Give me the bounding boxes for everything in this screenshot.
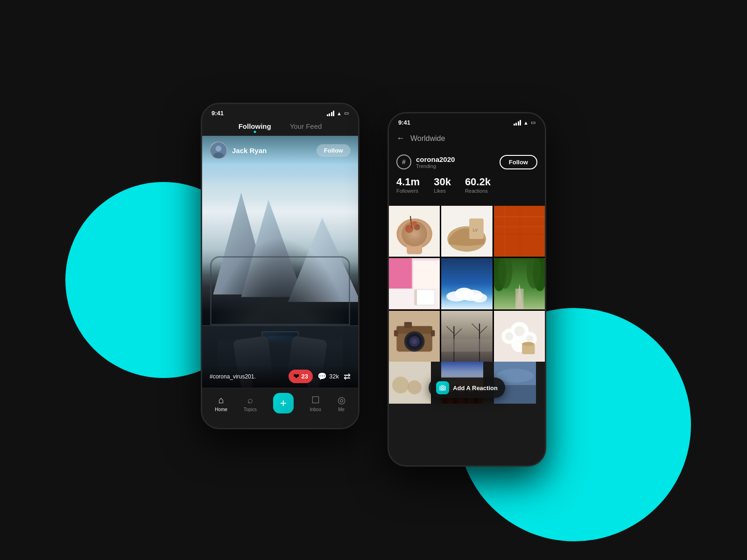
wifi-icon-2: ▲: [523, 120, 529, 126]
nav-inbox[interactable]: ☐ Inbox: [310, 394, 321, 412]
nav-tabs-1: Following Your Feed: [202, 119, 358, 136]
bottom-nav: ⌂ Home ⌕ Topics + ☐ Inbox ◎ Me: [202, 388, 358, 421]
nav-add-button[interactable]: +: [273, 393, 294, 413]
status-bar-1: 9:41 ▲ ▭: [202, 104, 358, 119]
svg-rect-45: [394, 330, 398, 336]
status-bar-2: 9:41 ▲ ▭: [389, 113, 545, 129]
phone-following: 9:41 ▲ ▭ Following Your Feed: [201, 103, 359, 429]
home-icon: ⌂: [218, 395, 224, 406]
follow-button-1[interactable]: Follow: [317, 144, 351, 157]
share-button[interactable]: ⇄: [344, 371, 351, 382]
back-button[interactable]: ←: [396, 133, 405, 143]
main-scene: 9:41 ▲ ▭ Following Your Feed: [93, 47, 654, 513]
signal-icon-1: [327, 111, 335, 116]
status-time-2: 9:41: [398, 119, 410, 126]
svg-point-6: [414, 224, 420, 230]
grid-item-10[interactable]: [389, 362, 431, 404]
svg-rect-25: [415, 290, 417, 305]
signal-bar-4: [333, 111, 334, 116]
likes-value: 30k: [434, 176, 451, 188]
status-icons-2: ▲ ▭: [514, 119, 536, 126]
grid-item-1[interactable]: [389, 206, 440, 257]
grid-item-3[interactable]: [494, 206, 545, 257]
trending-header: # corona2020 Trending Follow: [396, 154, 537, 169]
trending-section: # corona2020 Trending Follow 4.1m Follow…: [389, 149, 545, 206]
svg-point-66: [392, 377, 409, 393]
post-footer: #corona_virus201. ❤ 23 💬 32k ⇄: [202, 365, 358, 388]
svg-rect-19: [519, 206, 520, 257]
nav-inbox-label: Inbox: [310, 407, 321, 412]
heart-icon: ❤: [293, 372, 299, 381]
search-icon: ⌕: [247, 395, 253, 406]
nav-topics[interactable]: ⌕ Topics: [244, 395, 257, 412]
svg-rect-9: [407, 244, 422, 254]
reactions-value: 60.2k: [465, 176, 491, 188]
hashtag-label: #corona_virus201.: [210, 373, 256, 380]
reaction-camera-icon: [436, 381, 449, 394]
plus-icon: +: [280, 397, 287, 410]
svg-point-30: [472, 294, 487, 303]
nav-home[interactable]: ⌂ Home: [215, 395, 227, 412]
grid-item-5[interactable]: [441, 258, 492, 309]
grid-item-8[interactable]: [441, 311, 492, 362]
worldwide-title: Worldwide: [410, 134, 445, 143]
tag-sub: Trending: [416, 163, 455, 169]
add-reaction-button[interactable]: Add A Reaction: [429, 378, 505, 398]
likes-label: Likes: [434, 188, 451, 194]
svg-rect-36: [515, 289, 523, 309]
trending-left: # corona2020 Trending: [396, 154, 455, 169]
post-header: Jack Ryan Follow: [202, 136, 358, 165]
battery-icon-2: ▭: [531, 119, 536, 126]
signal-bar-3: [331, 112, 332, 116]
nav-me[interactable]: ◎ Me: [338, 394, 345, 412]
svg-text:LV: LV: [473, 228, 478, 232]
tab-following[interactable]: Following: [239, 122, 271, 132]
add-reaction-label: Add A Reaction: [453, 385, 498, 392]
svg-point-60: [505, 332, 513, 340]
like-button[interactable]: ❤ 23: [289, 370, 313, 383]
nav-topics-label: Topics: [244, 407, 257, 412]
battery-icon-1: ▭: [344, 110, 349, 116]
svg-point-78: [442, 388, 444, 389]
grid-item-4[interactable]: [389, 258, 440, 309]
wifi-icon-1: ▲: [337, 111, 342, 116]
grid-item-2[interactable]: LV: [441, 206, 492, 257]
comment-button[interactable]: 💬 32k: [317, 372, 339, 381]
svg-point-64: [522, 342, 534, 346]
post-background: [202, 136, 358, 388]
svg-point-4: [396, 218, 432, 249]
worldwide-header: ← Worldwide: [389, 129, 545, 149]
stat-followers: 4.1m Followers: [396, 176, 420, 194]
svg-rect-54: [441, 339, 492, 351]
cockpit-window: [210, 256, 351, 326]
stats-row: 4.1m Followers 30k Likes 60.2k Reactions: [396, 176, 537, 194]
grid-item-6[interactable]: [494, 258, 545, 309]
grid-item-9[interactable]: [494, 311, 545, 362]
svg-rect-47: [441, 311, 492, 362]
username: Jack Ryan: [232, 147, 267, 154]
post-actions: ❤ 23 💬 32k ⇄: [289, 370, 351, 383]
tag-name: corona2020: [416, 155, 455, 163]
phone-worldwide: 9:41 ▲ ▭ ← Worldwide #: [388, 112, 546, 467]
grid-wrapper: LV: [389, 206, 545, 404]
followers-value: 4.1m: [396, 176, 420, 188]
trending-text: corona2020 Trending: [416, 155, 455, 169]
svg-rect-21: [389, 258, 412, 289]
tab-your-feed[interactable]: Your Feed: [290, 122, 322, 132]
signal-bar-1: [327, 114, 328, 116]
avatar-img: [211, 141, 226, 159]
comment-icon: 💬: [317, 372, 327, 381]
profile-icon: ◎: [338, 394, 345, 406]
grid-item-7[interactable]: [389, 311, 440, 362]
nav-me-label: Me: [338, 407, 345, 412]
svg-rect-26: [441, 258, 492, 309]
stat-likes: 30k Likes: [434, 176, 451, 194]
svg-point-7: [412, 221, 417, 226]
share-icon: ⇄: [344, 372, 351, 381]
photo-grid: LV: [389, 206, 545, 362]
svg-point-62: [526, 335, 533, 342]
nav-home-label: Home: [215, 407, 227, 412]
follow-button-2[interactable]: Follow: [500, 155, 537, 169]
svg-point-43: [412, 339, 417, 344]
signal-icon-2: [514, 120, 521, 126]
